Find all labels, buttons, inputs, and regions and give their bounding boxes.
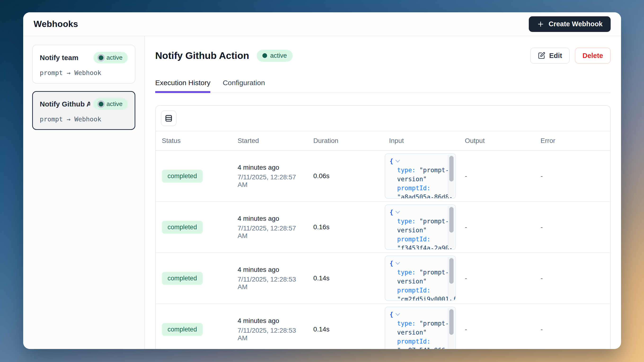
json-brace: { [390, 158, 393, 165]
json-key: promptId: [397, 338, 430, 345]
json-brace: { [390, 311, 393, 318]
relative-time: 4 minutes ago [238, 215, 307, 222]
sidebar-item-notify-github-action[interactable]: Notify Github Acti... active prompt → We… [32, 91, 135, 130]
duration: 0.16s [307, 223, 383, 231]
detail-tabs: Execution History Configuration [155, 79, 611, 93]
status-badge: active [94, 98, 128, 110]
active-dot-icon [262, 53, 267, 58]
duration: 0.14s [307, 326, 383, 333]
status-badge: active [257, 50, 293, 62]
status-badge: completed [162, 170, 203, 183]
json-content: {type: "prompt-version"promptId:"a8ad505… [390, 157, 445, 199]
webhook-name: Notify team [40, 54, 78, 62]
active-dot-icon [99, 55, 104, 60]
json-val: version" [397, 227, 426, 234]
table-row[interactable]: completed 4 minutes ago 7/11/2025, 12:28… [156, 151, 610, 202]
input-cell: {type: "prompt-version"promptId:"ec87a54… [383, 307, 458, 349]
table-toolbar [156, 106, 610, 131]
scrollbar-thumb[interactable] [449, 156, 454, 182]
json-val: "prompt- [416, 166, 449, 174]
tab-execution-history[interactable]: Execution History [155, 79, 210, 92]
error-value: - [534, 326, 610, 333]
create-webhook-button[interactable]: Create Webhook [529, 16, 611, 32]
relative-time: 4 minutes ago [238, 266, 307, 274]
scrollbar-thumb[interactable] [449, 309, 454, 335]
chevron-down-icon[interactable] [396, 259, 399, 268]
create-webhook-label: Create Webhook [549, 20, 602, 28]
output-value: - [459, 326, 534, 333]
json-brace: { [390, 209, 393, 216]
status-cell: completed [156, 272, 232, 285]
input-json-viewer[interactable]: {type: "prompt-version"promptId:"cm2fd5i… [385, 256, 456, 301]
row-height-toggle-button[interactable] [161, 110, 176, 126]
table-row[interactable]: completed 4 minutes ago 7/11/2025, 12:28… [156, 253, 610, 304]
column-header-status: Status [156, 131, 232, 150]
scrollbar[interactable] [448, 257, 454, 300]
timestamp: 7/11/2025, 12:28:53 AM [238, 327, 307, 342]
page-title: Webhooks [34, 19, 78, 29]
column-header-duration: Duration [307, 131, 383, 150]
detail-actions: Edit Delete [530, 48, 611, 64]
webhook-item-header: Notify team active [40, 52, 128, 64]
chevron-down-icon[interactable] [396, 208, 399, 217]
output-value: - [459, 172, 534, 180]
status-badge-label: active [106, 54, 122, 61]
json-val: "f3453f4a-2a90- [397, 245, 452, 250]
timestamp: 7/11/2025, 12:28:57 AM [238, 224, 307, 240]
duration: 0.14s [307, 274, 383, 282]
error-value: - [534, 172, 610, 180]
table-row[interactable]: completed 4 minutes ago 7/11/2025, 12:28… [156, 202, 610, 253]
json-val: version" [397, 278, 426, 285]
scrollbar[interactable] [448, 308, 454, 349]
column-header-started: Started [232, 131, 307, 150]
chevron-down-icon[interactable] [396, 157, 399, 166]
status-badge: completed [162, 221, 203, 234]
json-val: "a8ad505a-86d8- [397, 194, 452, 199]
input-cell: {type: "prompt-version"promptId:"a8ad505… [383, 153, 458, 199]
column-header-output: Output [459, 131, 534, 150]
json-key: type: [397, 320, 416, 327]
json-content: {type: "prompt-version"promptId:"f3453f4… [390, 208, 445, 250]
status-badge: completed [162, 272, 203, 285]
delete-button-label: Delete [582, 52, 603, 60]
tab-configuration[interactable]: Configuration [223, 79, 265, 92]
input-json-viewer[interactable]: {type: "prompt-version"promptId:"f3453f4… [385, 204, 456, 250]
json-content: {type: "prompt-version"promptId:"cm2fd5i… [390, 259, 445, 301]
table-body: completed 4 minutes ago 7/11/2025, 12:28… [156, 151, 610, 349]
scrollbar[interactable] [448, 206, 454, 248]
relative-time: 4 minutes ago [238, 317, 307, 324]
output-value: - [459, 274, 534, 282]
timestamp: 7/11/2025, 12:28:53 AM [238, 276, 307, 291]
input-json-viewer[interactable]: {type: "prompt-version"promptId:"ec87a54… [385, 307, 456, 349]
table-row[interactable]: completed 4 minutes ago 7/11/2025, 12:28… [156, 304, 610, 349]
delete-button[interactable]: Delete [575, 48, 611, 64]
plus-icon [537, 20, 544, 28]
input-cell: {type: "prompt-version"promptId:"f3453f4… [383, 204, 458, 250]
status-cell: completed [156, 323, 232, 336]
status-badge: completed [162, 323, 203, 336]
webhooks-window: Webhooks Create Webhook Notify team acti… [23, 12, 621, 349]
status-badge-label: active [106, 100, 122, 108]
webhook-detail-panel: Notify Github Action active Edit Delete [145, 36, 621, 349]
started-cell: 4 minutes ago 7/11/2025, 12:28:53 AM [232, 317, 307, 342]
json-val: "prompt- [416, 320, 449, 327]
started-cell: 4 minutes ago 7/11/2025, 12:28:57 AM [232, 215, 307, 240]
error-value: - [534, 223, 610, 231]
scrollbar[interactable] [448, 155, 454, 197]
timestamp: 7/11/2025, 12:28:57 AM [238, 174, 307, 188]
scrollbar-thumb[interactable] [449, 207, 454, 232]
webhook-list-sidebar: Notify team active prompt → Webhook Noti… [23, 36, 145, 349]
json-val: version" [397, 329, 426, 336]
json-key: promptId: [397, 184, 430, 192]
scrollbar-thumb[interactable] [449, 258, 454, 284]
sidebar-item-notify-team[interactable]: Notify team active prompt → Webhook [32, 45, 135, 84]
active-dot-icon [99, 102, 104, 106]
started-cell: 4 minutes ago 7/11/2025, 12:28:57 AM [232, 164, 307, 188]
status-cell: completed [156, 221, 232, 234]
edit-pencil-icon [538, 52, 545, 60]
chevron-down-icon[interactable] [396, 310, 399, 319]
edit-button[interactable]: Edit [530, 48, 570, 64]
json-val: version" [397, 176, 426, 183]
json-key: type: [397, 166, 416, 174]
input-json-viewer[interactable]: {type: "prompt-version"promptId:"a8ad505… [385, 153, 456, 199]
